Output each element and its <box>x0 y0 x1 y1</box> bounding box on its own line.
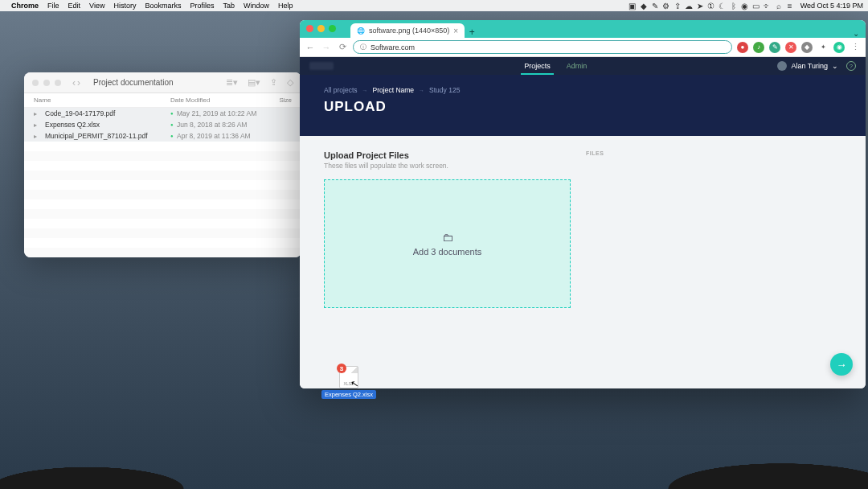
share-icon[interactable]: ⇪ <box>270 77 277 88</box>
zoom-icon[interactable] <box>55 80 61 86</box>
chrome-menu-icon[interactable]: ⋮ <box>850 42 861 52</box>
group-icon[interactable]: ▤▾ <box>248 77 260 88</box>
new-tab-button[interactable]: + <box>465 27 479 38</box>
file-icon: ▸ <box>34 133 42 140</box>
crumb-all-projects[interactable]: All projects <box>324 86 358 94</box>
page-body: Upload Project Files These files will po… <box>300 136 866 388</box>
extensions-menu-icon[interactable]: ✦ <box>817 42 829 53</box>
globe-icon: 🌐 <box>357 27 365 35</box>
tray-icon[interactable]: ☁ <box>683 2 694 10</box>
file-row[interactable]: ▸ Code_19-04-17179.pdf ● May 21, 2019 at… <box>24 108 301 119</box>
finder-window[interactable]: ‹ › Project documentation ≣▾ ▤▾ ⇪ ◇ Name… <box>24 72 301 257</box>
close-icon[interactable] <box>32 80 39 86</box>
battery-icon[interactable]: ◉ <box>739 2 751 10</box>
extension-icon[interactable]: ✕ <box>785 42 796 53</box>
help-icon[interactable]: ? <box>846 61 856 71</box>
drag-count-badge: 3 <box>337 364 346 373</box>
url-text: Software.com <box>371 43 415 51</box>
zoom-icon[interactable] <box>329 25 336 32</box>
tray-icon[interactable]: ✎ <box>649 2 661 10</box>
drag-label: Expenses Q2.xlsx <box>321 390 376 399</box>
battery-icon[interactable]: ▭ <box>751 2 762 10</box>
nav-admin[interactable]: Admin <box>560 62 594 70</box>
col-date[interactable]: Date Modified <box>170 97 268 104</box>
forward-button[interactable]: › <box>77 77 80 88</box>
next-button[interactable]: → <box>830 353 853 376</box>
tray-icon[interactable]: ⚙ <box>661 2 672 10</box>
menu-edit[interactable]: Edit <box>68 2 81 10</box>
col-name[interactable]: Name <box>34 97 170 104</box>
status-dot: ● <box>170 111 177 116</box>
extension-icon[interactable]: ✎ <box>769 42 780 53</box>
webapp: Projects Admin Alan Turing ⌄ ? All proje… <box>300 57 866 388</box>
file-date: Jun 8, 2018 at 8:26 AM <box>177 121 292 129</box>
profile-avatar[interactable]: ◉ <box>833 42 845 53</box>
view-options-icon[interactable]: ≣▾ <box>226 77 238 88</box>
extension-icon[interactable]: ● <box>737 42 748 53</box>
section-title: Upload Project Files <box>324 150 841 160</box>
nav-projects[interactable]: Projects <box>518 62 557 70</box>
file-date: Apr 8, 2019 at 11:36 AM <box>177 132 292 140</box>
menu-profiles[interactable]: Profiles <box>190 2 214 10</box>
menu-help[interactable]: Help <box>278 2 293 10</box>
tray-icon[interactable]: ⇪ <box>672 2 683 10</box>
back-button[interactable]: ‹ <box>72 77 76 88</box>
menu-file[interactable]: File <box>47 2 59 10</box>
close-icon[interactable] <box>306 25 313 32</box>
tabs-menu-icon[interactable]: ⌄ <box>853 29 859 38</box>
menubar-app[interactable]: Chrome <box>11 2 39 10</box>
close-tab-icon[interactable]: × <box>453 27 458 35</box>
chrome-tabstrip: 🌐 software.png (1440×850) × + ⌄ <box>300 20 866 38</box>
tab-title: software.png (1440×850) <box>369 27 449 35</box>
finder-titlebar[interactable]: ‹ › Project documentation ≣▾ ▤▾ ⇪ ◇ <box>24 72 301 93</box>
chevron-down-icon: ⌄ <box>832 62 838 70</box>
file-row[interactable]: ▸ Municipal_PERMIT_87102-11.pdf ● Apr 8,… <box>24 130 301 142</box>
menu-bookmarks[interactable]: Bookmarks <box>145 2 181 10</box>
minimize-icon[interactable] <box>43 80 50 86</box>
breadcrumb: All projects → Project Name → Study 125 <box>324 86 841 94</box>
drag-ghost: XLSX 3 Expenses Q2.xlsx <box>321 366 376 399</box>
tray-icon[interactable]: ◆ <box>638 2 649 10</box>
browser-tab[interactable]: 🌐 software.png (1440×850) × <box>350 23 465 38</box>
file-date: May 21, 2019 at 10:22 AM <box>177 109 292 117</box>
chevron-right-icon: → <box>419 88 424 93</box>
minimize-icon[interactable] <box>317 25 325 32</box>
extension-icon[interactable]: ◆ <box>801 42 813 53</box>
tags-icon[interactable]: ◇ <box>287 77 293 88</box>
menu-view[interactable]: View <box>89 2 104 10</box>
section-subtitle: These files will populate the work scree… <box>324 162 841 170</box>
page-header: All projects → Project Name → Study 125 … <box>300 75 866 136</box>
menu-history[interactable]: History <box>113 2 136 10</box>
bluetooth-icon[interactable]: ᛒ <box>728 2 739 10</box>
file-icon: ▸ <box>34 121 42 129</box>
reload-button[interactable]: ⟳ <box>337 42 348 52</box>
site-info-icon[interactable]: ⓘ <box>360 43 366 51</box>
app-logo[interactable] <box>309 62 334 70</box>
file-name: Municipal_PERMIT_87102-11.pdf <box>45 132 170 140</box>
extension-icon[interactable]: ♪ <box>753 42 764 53</box>
chrome-window[interactable]: 🌐 software.png (1440×850) × + ⌄ ← → ⟳ ⓘ … <box>300 20 866 388</box>
menu-tab[interactable]: Tab <box>223 2 235 10</box>
page-title: UPLOAD <box>324 99 841 115</box>
dropzone-text: Add 3 documents <box>413 247 482 257</box>
control-center-icon[interactable]: ≡ <box>784 2 796 10</box>
tray-icon[interactable]: ➤ <box>694 2 706 10</box>
back-button[interactable]: ← <box>305 43 316 52</box>
do-not-disturb-icon[interactable]: ☾ <box>717 2 728 10</box>
crumb-project[interactable]: Project Name <box>373 86 415 94</box>
menu-window[interactable]: Window <box>244 2 269 10</box>
col-size[interactable]: Size <box>268 97 292 104</box>
wifi-icon[interactable]: ᯤ <box>762 2 773 10</box>
finder-title: Project documentation <box>93 78 216 87</box>
arrow-right-icon: → <box>837 359 847 371</box>
crumb-study[interactable]: Study 125 <box>429 86 460 94</box>
menubar-clock[interactable]: Wed Oct 5 4:19 PM <box>800 2 863 10</box>
file-row[interactable]: ▸ Expenses Q2.xlsx ● Jun 8, 2018 at 8:26… <box>24 119 301 130</box>
spotlight-icon[interactable]: ⌕ <box>773 2 784 10</box>
user-menu[interactable]: Alan Turing ⌄ <box>777 61 838 71</box>
file-dropzone[interactable]: 🗀 Add 3 documents <box>324 179 571 308</box>
tray-icon[interactable]: ▣ <box>627 2 638 10</box>
forward-button: → <box>321 43 332 52</box>
tray-icon[interactable]: ① <box>706 2 717 10</box>
address-bar[interactable]: ⓘ Software.com <box>353 40 732 54</box>
